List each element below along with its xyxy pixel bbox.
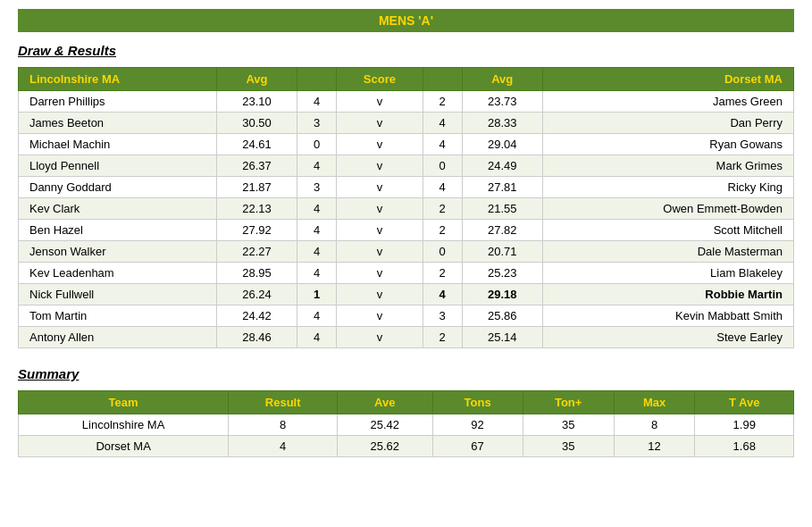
summary-title: Summary <box>18 366 794 381</box>
summary-table: TeamResultAveTonsTon+MaxT Ave Lincolnshi… <box>18 390 794 457</box>
summary-col-max: Max <box>614 391 695 414</box>
table-row: Lincolnshire MA825.42923581.99 <box>19 414 794 436</box>
table-row: Ben Hazel27.924v227.82Scott Mitchell <box>19 220 794 241</box>
summary-col-tave: T Ave <box>695 391 794 414</box>
summary-col-ave: Ave <box>338 391 432 414</box>
col-score-right-empty <box>423 68 462 91</box>
table-row: Nick Fullwell26.241v429.18Robbie Martin <box>19 284 794 305</box>
summary-col-tons: Tons <box>432 391 523 414</box>
table-row: Jenson Walker22.274v020.71Dale Masterman <box>19 241 794 263</box>
table-row: Darren Phillips23.104v223.73James Green <box>19 91 794 113</box>
results-header-row: Lincolnshire MA Avg Score Avg Dorset MA <box>19 68 794 91</box>
col-right-team: Dorset MA <box>542 68 793 91</box>
header-title: MENS 'A' <box>379 13 433 28</box>
table-row: Kev Clark22.134v221.55Owen Emmett-Bowden <box>19 198 794 220</box>
table-row: Michael Machin24.610v429.04Ryan Gowans <box>19 134 794 155</box>
table-row: James Beeton30.503v428.33Dan Perry <box>19 113 794 134</box>
col-avg-right: Avg <box>462 68 542 91</box>
results-table: Lincolnshire MA Avg Score Avg Dorset MA … <box>18 67 794 348</box>
summary-col-team: Team <box>19 391 229 414</box>
table-row: Lloyd Pennell26.374v024.49Mark Grimes <box>19 155 794 177</box>
table-row: Danny Goddard21.873v427.81Ricky King <box>19 177 794 198</box>
col-left-team: Lincolnshire MA <box>19 68 217 91</box>
col-score-left-empty <box>297 68 337 91</box>
table-row: Kev Leadenham28.954v225.23Liam Blakeley <box>19 263 794 284</box>
page-header: MENS 'A' <box>18 9 794 32</box>
table-row: Dorset MA425.626735121.68 <box>19 436 794 457</box>
draw-results-title: Draw & Results <box>18 43 794 58</box>
table-row: Tom Martin24.424v325.86Kevin Mabbatt Smi… <box>19 305 794 327</box>
col-avg-left: Avg <box>216 68 297 91</box>
table-row: Antony Allen28.464v225.14Steve Earley <box>19 327 794 348</box>
col-score-center: Score <box>337 68 423 91</box>
summary-header-row: TeamResultAveTonsTon+MaxT Ave <box>19 391 794 414</box>
summary-col-ton: Ton+ <box>523 391 614 414</box>
summary-col-result: Result <box>229 391 338 414</box>
